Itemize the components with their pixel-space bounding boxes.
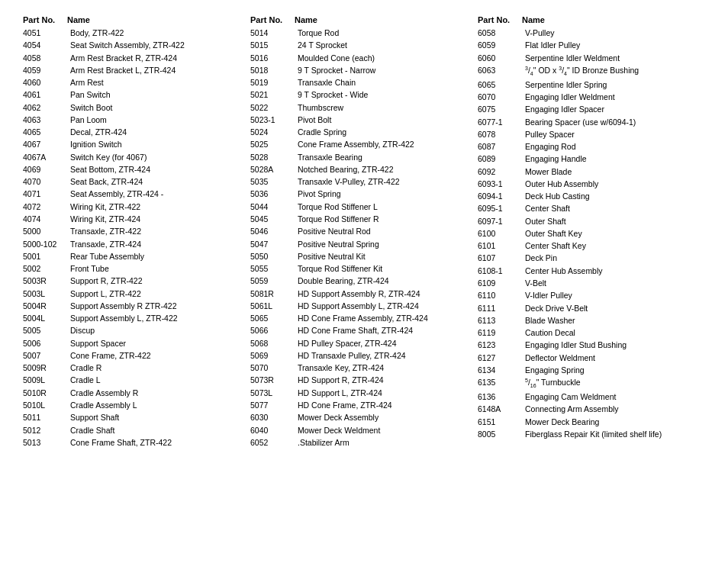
part-name: Torque Rod Stiffener R xyxy=(298,213,470,225)
table-row: 4058Arm Rest Bracket R, ZTR-424 xyxy=(23,52,243,64)
part-name: Transaxle Key, ZTR-424 xyxy=(298,362,470,374)
part-number: 6040 xyxy=(250,424,295,436)
table-row: 4072Wiring Kit, ZTR-422 xyxy=(23,201,243,213)
part-number: 5009R xyxy=(23,362,67,374)
column-2: Part No.Name5014Torque Rod501524 T Sproc… xyxy=(250,15,478,449)
part-name: Pivot Spring xyxy=(298,188,470,200)
part-name: Positive Neutral Spring xyxy=(298,238,470,250)
col1-header: Part No.Name xyxy=(23,15,243,24)
part-name: Serpentine Idler Weldment xyxy=(525,52,697,64)
part-name: Support R, ZTR-422 xyxy=(70,275,243,287)
part-number: 4058 xyxy=(23,52,67,64)
part-name: Cradle L xyxy=(70,374,243,386)
part-number: 6059 xyxy=(478,39,522,51)
part-name: 3/4" OD x 3/4" ID Bronze Bushing xyxy=(525,64,697,79)
part-number: 4065 xyxy=(23,126,67,138)
part-name: HD Support R, ZTR-424 xyxy=(298,374,470,386)
table-row: 50219 T Sprocket - Wide xyxy=(250,88,470,101)
part-number: 5022 xyxy=(250,101,295,114)
part-name: 9 T Sprocket - Narrow xyxy=(298,64,470,76)
part-number: 5010R xyxy=(23,387,67,399)
part-number: 4062 xyxy=(23,101,67,114)
part-name: Center Shaft Key xyxy=(525,240,697,252)
part-number: 5024 xyxy=(250,126,295,138)
table-row: 501524 T Sprocket xyxy=(250,39,470,51)
part-name: 5/16" Turnbuckle xyxy=(525,376,697,391)
part-number: 5012 xyxy=(23,424,67,436)
table-row: 6148AConnecting Arm Assembly xyxy=(478,403,697,415)
part-name: Mower Blade xyxy=(525,166,697,178)
part-number: 5070 xyxy=(250,362,295,374)
part-number: 5073R xyxy=(250,374,295,386)
table-row: 4069Seat Bottom, ZTR-424 xyxy=(23,163,243,175)
part-number: 5014 xyxy=(250,27,295,39)
part-name: HD Cone Frame Shaft, ZTR-424 xyxy=(298,324,470,336)
table-row: 5022Thumbscrew xyxy=(250,101,470,114)
table-row: 6052.Stabilizer Arm xyxy=(250,436,470,449)
table-row: 5004LSupport Assembly L, ZTR-422 xyxy=(23,312,243,324)
table-row: 6060Serpentine Idler Weldment xyxy=(478,52,697,64)
table-row: 5073LHD Support L, ZTR-424 xyxy=(250,387,470,399)
part-name: Transaxle Chain xyxy=(298,76,470,88)
part-number: 6077-1 xyxy=(478,116,522,128)
col3-header: Part No.Name xyxy=(478,15,697,24)
part-name: Engaging Cam Weldment xyxy=(525,391,697,403)
part-number: 4051 xyxy=(23,27,67,39)
table-row: 4063Pan Loom xyxy=(23,114,243,126)
part-number: 5003R xyxy=(23,275,67,287)
part-number: 5046 xyxy=(250,225,295,237)
part-name: Support L, ZTR-422 xyxy=(70,288,243,300)
part-number: 6065 xyxy=(478,79,522,91)
part-number: 5015 xyxy=(250,39,295,51)
part-number: 6075 xyxy=(478,103,522,115)
part-name: Ignition Switch xyxy=(70,138,243,150)
table-row: 4067ASwitch Key (for 4067) xyxy=(23,151,243,163)
table-row: 4065Decal, ZTR-424 xyxy=(23,126,243,138)
part-name: HD Support Assembly R, ZTR-424 xyxy=(298,288,470,300)
table-row: 5014Torque Rod xyxy=(250,27,470,39)
part-name: V-Belt xyxy=(525,277,697,289)
part-number: 8005 xyxy=(478,428,522,440)
part-name: Deck Hub Casting xyxy=(525,190,697,202)
part-number: 6134 xyxy=(478,364,522,376)
part-name: Outer Shaft xyxy=(525,215,697,227)
part-name: Engaging Handle xyxy=(525,153,697,165)
part-name: Engaging Rod xyxy=(525,140,697,153)
table-row: 5006Support Spacer xyxy=(23,337,243,349)
table-row: 5055Torque Rod Stiffener Kit xyxy=(250,262,470,275)
table-row: 5013Cone Frame Shaft, ZTR-422 xyxy=(23,436,243,449)
part-number: 6094-1 xyxy=(478,190,522,202)
part-number: 4054 xyxy=(23,39,67,51)
table-row: 6134Engaging Spring xyxy=(478,364,697,376)
table-row: 6065Serpentine Idler Spring xyxy=(478,79,697,91)
table-row: 5000-102Transaxle, ZTR-424 xyxy=(23,238,243,250)
part-number: 6111 xyxy=(478,302,522,314)
part-number: 5077 xyxy=(250,399,295,411)
table-row: 5028ANotched Bearing, ZTR-422 xyxy=(250,163,470,175)
part-name: Mower Deck Bearing xyxy=(525,416,697,428)
table-row: 6107Deck Pin xyxy=(478,252,697,264)
table-row: 6097-1Outer Shaft xyxy=(478,215,697,227)
table-row: 5028Transaxle Bearing xyxy=(250,151,470,163)
part-number: 6107 xyxy=(478,252,522,264)
part-name: Deflector Weldment xyxy=(525,352,697,364)
part-number: 5002 xyxy=(23,262,67,275)
part-name: Positive Neutral Rod xyxy=(298,225,470,237)
part-number: 6135 xyxy=(478,376,522,391)
table-row: 4059Arm Rest Bracket L, ZTR-424 xyxy=(23,64,243,76)
part-number: 5006 xyxy=(23,337,67,349)
part-number: 5047 xyxy=(250,238,295,250)
part-name: HD Cone Frame, ZTR-424 xyxy=(298,399,470,411)
part-name: Discup xyxy=(70,324,243,336)
col3-header-name: Name xyxy=(522,15,545,24)
part-name: Arm Rest Bracket L, ZTR-424 xyxy=(70,64,243,76)
part-name: Caution Decal xyxy=(525,327,697,339)
part-name: Deck Pin xyxy=(525,252,697,264)
part-name: Support Assembly L, ZTR-422 xyxy=(70,312,243,324)
table-row: 5002Front Tube xyxy=(23,262,243,275)
part-name: Switch Boot xyxy=(70,101,243,114)
part-number: 4060 xyxy=(23,76,67,88)
part-name: Bearing Spacer (use w/6094-1) xyxy=(525,116,697,128)
table-row: 6109V-Belt xyxy=(478,277,697,289)
part-name: Deck Drive V-Belt xyxy=(525,302,697,314)
